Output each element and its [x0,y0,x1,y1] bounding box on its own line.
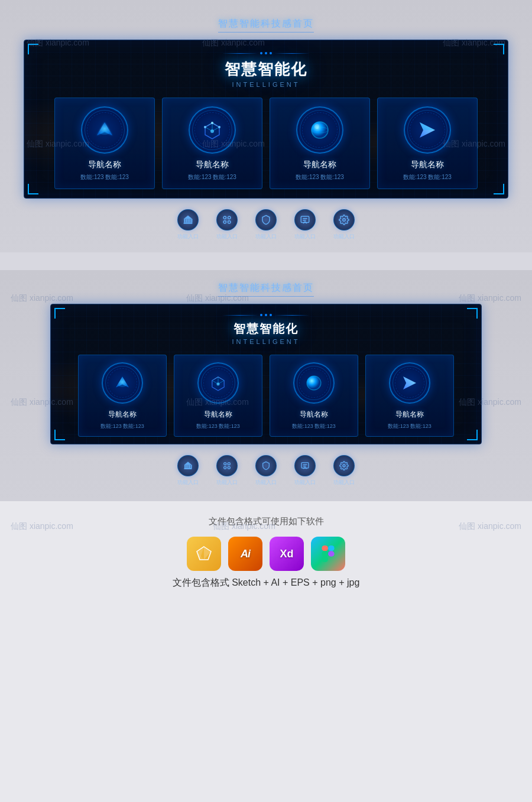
svg-rect-12 [184,223,193,224]
figma-icon [311,537,345,571]
nav-name-4: 导航名称 [384,160,471,170]
nav-stats-1: 数能:123 数能:123 [61,173,148,181]
func-item-b1[interactable]: 功能入口 [177,455,199,486]
func-item-b2[interactable]: 功能入口 [216,455,238,486]
nav-item-b1[interactable]: 导航名称 数能:123 数能:123 [78,355,167,437]
nav-grid-b: 导航名称 数能:123 数能:123 导航名称 数能:123 数能:123 [60,355,472,437]
svg-rect-36 [187,465,189,468]
svg-rect-14 [186,219,187,223]
nav-item-4[interactable]: 导航名称 数能:123 数能:123 [377,98,478,189]
bottom-section: 仙图 xianpic.com 仙图 xianpic.com 仙图 xianpic… [0,270,532,501]
nav-item-2[interactable]: 导航名称 数能:123 数能:123 [162,98,262,189]
func-item-b4[interactable]: 功能入口 [294,455,316,486]
func-item-b3[interactable]: 功能入口 [255,455,277,486]
svg-rect-33 [184,468,192,469]
svg-point-26 [343,219,346,222]
format-desc: 文件包含格式 Sketch + AI + EPS + png + jpg [12,577,520,589]
corner-tr [494,44,504,54]
nav-name-1: 导航名称 [61,160,148,170]
func-item-1[interactable]: 功能入口 [177,209,199,241]
func-label-b2: 功能入口 [216,479,238,486]
func-icon-b3 [255,455,277,476]
nav-item-b4[interactable]: 导航名称 数能:123 数能:123 [365,355,454,437]
svg-rect-16 [189,219,190,223]
func-icon-b4 [294,455,316,476]
sketch-icon [187,537,221,571]
func-item-2[interactable]: 功能入口 [216,209,238,241]
func-icon-b5 [333,455,355,476]
svg-rect-55 [328,551,335,556]
svg-point-19 [223,216,226,219]
shield-icon-b [261,461,271,470]
svg-rect-52 [322,546,328,551]
circuit-dot-b3 [270,314,272,316]
circuit-dot-3 [270,52,272,54]
svg-point-4 [218,126,220,128]
circuit-line-right-b [274,315,310,316]
svg-point-2 [210,129,214,133]
circuit-dot-b2 [265,314,267,316]
icon-circle-b3 [293,362,335,404]
circuit-line-top [36,52,496,54]
svg-rect-53 [328,546,335,551]
func-item-5[interactable]: 功能入口 [333,209,355,241]
nav-item-1[interactable]: 导航名称 数能:123 数能:123 [54,98,155,189]
func-bar-top: 功能入口 功能入口 功能入口 [12,209,520,241]
nav-stats-2: 数能:123 数能:123 [168,173,256,181]
grid-icon-b [222,461,232,470]
func-icon-b1 [177,455,199,476]
settings-icon-b [339,461,349,470]
func-icon-b2 [216,455,238,476]
func-item-b5[interactable]: 功能入口 [333,455,355,486]
circuit-line-left-b [222,315,258,316]
svg-point-22 [228,221,231,224]
icon-circle-2 [189,106,236,154]
nav-name-b3: 导航名称 [275,410,353,420]
separator [0,252,532,270]
icon-circle-3 [296,106,343,154]
shield-icon [261,215,271,225]
nav-stats-b4: 数能:123 数能:123 [371,423,449,430]
func-item-3[interactable]: 功能入口 [255,209,277,241]
software-icons: Ai Xd [12,537,520,571]
xd-icon: Xd [270,537,304,571]
nav-icon-arrow-b [113,374,132,392]
svg-point-42 [224,466,226,469]
bank-icon-b [183,461,193,470]
nav-item-3[interactable]: 导航名称 数能:123 数能:123 [270,98,370,189]
bottom-header-title: 智慧智能科技感首页 [12,282,520,297]
circuit-line-right [274,53,310,54]
func-label-1: 功能入口 [177,233,199,241]
circuit-dot-2 [265,52,267,54]
svg-marker-32 [403,376,416,389]
corner-tl-b [54,308,65,319]
svg-rect-35 [186,465,187,468]
svg-point-7 [312,122,328,138]
svg-marker-10 [420,122,435,138]
nav-item-b2[interactable]: 导航名称 数能:123 数能:123 [174,355,262,437]
svg-point-47 [343,465,345,467]
nav-icon-send-b [400,374,419,392]
func-item-4[interactable]: 功能入口 [294,209,316,241]
nav-item-b3[interactable]: 导航名称 数能:123 数能:123 [270,355,358,437]
circuit-dot-b1 [260,314,262,316]
corner-br-b [467,430,478,440]
corner-tr-b [467,308,478,319]
nav-icon-sphere [308,118,332,142]
top-header-title: 智慧智能科技感首页 [12,18,520,33]
icon-circle-1 [81,106,128,154]
func-icon-4 [294,209,316,230]
nav-stats-b1: 数能:123 数能:123 [83,423,161,430]
nav-icon-arrow [93,119,116,141]
svg-point-6 [312,122,328,138]
nav-grid: 导航名称 数能:123 数能:123 [36,98,496,189]
corner-tl [28,44,38,54]
svg-point-3 [211,122,213,124]
corner-br [494,184,504,194]
svg-point-41 [228,463,230,465]
corner-bl [28,184,38,194]
svg-rect-38 [191,465,192,468]
nav-icon-send [416,119,439,141]
svg-rect-34 [184,465,186,468]
svg-marker-27 [116,376,129,388]
